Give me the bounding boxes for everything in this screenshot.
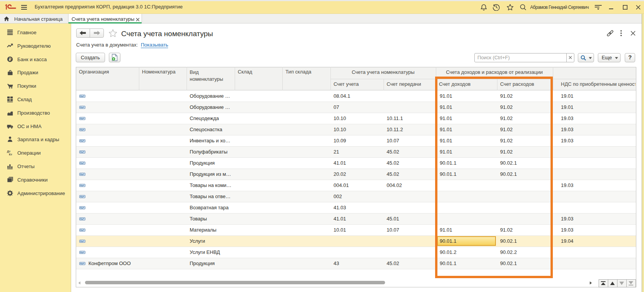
svg-text:Кт: Кт [9,153,12,156]
svg-text:₽: ₽ [9,57,12,62]
